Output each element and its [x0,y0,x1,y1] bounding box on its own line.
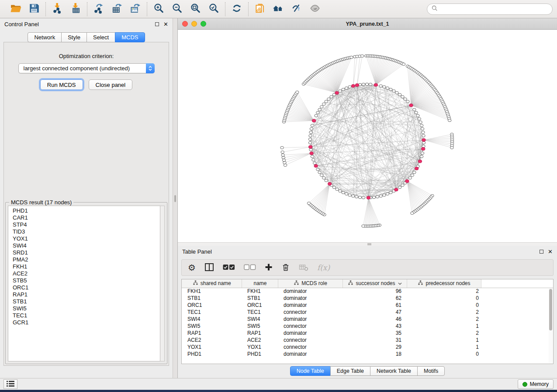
clone-network-button[interactable] [253,2,267,16]
maximize-window-icon[interactable] [201,21,206,27]
graph-hub-node[interactable] [418,160,422,163]
graph-node[interactable] [415,111,418,114]
graph-hub-node[interactable] [328,182,332,186]
graph-node[interactable] [408,177,412,179]
export-network-button[interactable] [91,2,106,16]
graph-node[interactable] [401,96,405,98]
graph-node[interactable] [406,100,410,103]
graph-node[interactable] [309,134,312,137]
graph-node[interactable] [411,174,414,176]
select-all-columns-button[interactable] [223,264,235,272]
graph-hub-node[interactable] [409,104,413,107]
graph-node[interactable] [395,91,399,94]
graph-hub-node[interactable] [367,196,370,199]
graph-node[interactable] [401,184,405,186]
graph-leaf-node[interactable] [281,151,284,153]
mcds-result-item[interactable]: FKH1 [8,263,160,270]
import-network-button[interactable] [50,2,65,16]
graph-node[interactable] [422,145,426,148]
graph-node[interactable] [413,108,416,111]
graph-node[interactable] [316,111,320,114]
graph-hub-node[interactable] [312,119,315,122]
column-header-name[interactable]: name [242,279,278,288]
graph-node[interactable] [386,87,389,89]
criterion-select[interactable]: largest connected component (undirected) [18,63,155,73]
column-chooser-button[interactable] [204,263,214,273]
mcds-result-item[interactable]: SRD1 [8,249,160,256]
graph-node[interactable] [362,83,365,86]
graph-node[interactable] [369,83,372,86]
table-row[interactable]: STB1STB1dominator620 [182,295,553,302]
graph-node[interactable] [315,114,318,117]
tab-style[interactable]: Style [61,32,87,42]
graph-node[interactable] [308,141,312,144]
graph-node[interactable] [308,138,312,141]
graph-hub-node[interactable] [310,152,313,155]
float-panel-icon[interactable] [155,22,159,26]
graph-hub-node[interactable] [355,83,359,86]
graph-node[interactable] [312,158,315,161]
save-session-button[interactable] [27,2,42,16]
graph-leaf-node[interactable] [283,162,287,164]
create-column-button[interactable] [265,263,273,272]
graph-node[interactable] [342,88,345,91]
graph-hub-node[interactable] [309,145,312,148]
graph-leaf-node[interactable] [284,164,287,166]
mcds-result-item[interactable]: PMA2 [8,256,160,263]
graph-leaf-node[interactable] [350,56,353,58]
tab-node-table[interactable]: Node Table [290,366,331,376]
graph-node[interactable] [316,168,320,171]
graph-hub-node[interactable] [405,179,409,182]
graph-leaf-node[interactable] [282,159,286,162]
graph-node[interactable] [389,191,393,194]
graph-leaf-node[interactable] [360,55,364,57]
graph-node[interactable] [392,89,396,92]
table-row[interactable]: RAP1RAP1dominator352 [182,330,553,337]
graph-node[interactable] [379,85,383,87]
mcds-result-item[interactable]: PHD1 [8,207,160,214]
graph-node[interactable] [342,191,345,194]
table-row[interactable]: FKH1FKH1dominator962 [182,288,553,295]
graph-leaf-node[interactable] [280,146,284,149]
close-panel-button[interactable]: Close panel [89,79,133,90]
tab-network-table[interactable]: Network Table [370,366,418,376]
graph-node[interactable] [419,121,422,124]
graph-node[interactable] [355,196,358,198]
graph-node[interactable] [398,186,401,189]
export-table-button[interactable] [110,2,125,16]
column-header-successor-nodes[interactable]: successor nodes [343,279,407,288]
minimize-window-icon[interactable] [191,21,197,27]
graph-node[interactable] [358,196,362,199]
mcds-result-item[interactable]: TEC1 [8,312,160,319]
graph-node[interactable] [336,188,339,191]
tab-mcds[interactable]: MCDS [115,32,145,42]
delete-table-button[interactable] [299,263,308,273]
graph-node[interactable] [311,155,314,158]
mcds-result-item[interactable]: STP4 [8,221,160,228]
graph-node[interactable] [322,177,325,179]
graph-node[interactable] [379,195,383,197]
graph-leaf-node[interactable] [448,119,451,122]
graph-node[interactable] [320,106,323,108]
unselect-all-columns-button[interactable] [244,264,256,272]
graph-hub-node[interactable] [415,167,419,170]
mcds-result-item[interactable]: TID3 [8,228,160,235]
table-vertical-scrollbar[interactable] [549,288,553,363]
graph-node[interactable] [345,193,348,195]
graph-node[interactable] [339,89,342,92]
graph-node[interactable] [311,124,314,127]
zoom-in-button[interactable] [151,2,166,16]
search-input[interactable] [440,5,548,13]
table-row[interactable]: PHD1PHD1dominator180 [182,351,553,358]
graph-leaf-node[interactable] [307,202,311,205]
network-canvas[interactable] [178,30,557,242]
graph-hub-node[interactable] [335,91,339,94]
graph-node[interactable] [332,186,336,189]
graph-node[interactable] [330,96,333,98]
graph-leaf-node[interactable] [411,212,414,214]
mcds-result-item[interactable]: SWI5 [8,305,160,312]
graph-node[interactable] [320,174,323,176]
refresh-button[interactable] [229,2,244,16]
graph-node[interactable] [421,152,424,155]
graph-hub-node[interactable] [374,83,377,86]
